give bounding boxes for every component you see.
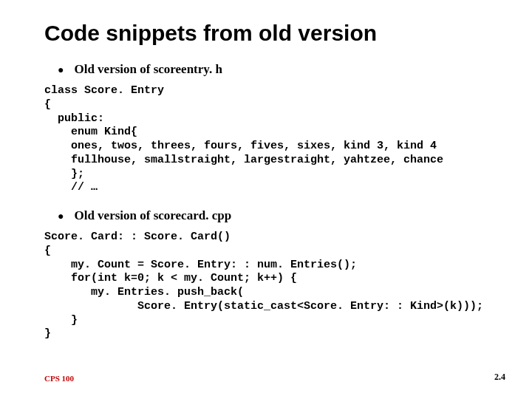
slide: Code snippets from old version ● Old ver… [0,0,532,399]
bullet-item-1: ● Old version of scoreentry. h [58,62,502,77]
bullet-text-1: Old version of scoreentry. h [74,62,222,77]
code-block-1: class Score. Entry { public: enum Kind{ … [44,84,502,195]
code-block-2: Score. Card: : Score. Card() { my. Count… [44,231,502,341]
bullet-text-2: Old version of scorecard. cpp [74,208,231,223]
bullet-dot-icon: ● [58,62,64,77]
bullet-item-2: ● Old version of scorecard. cpp [58,208,502,223]
slide-title: Code snippets from old version [44,21,502,46]
footer-page-number: 2.4 [494,372,505,383]
bullet-dot-icon: ● [58,208,64,223]
footer-course: CPS 100 [44,374,74,383]
